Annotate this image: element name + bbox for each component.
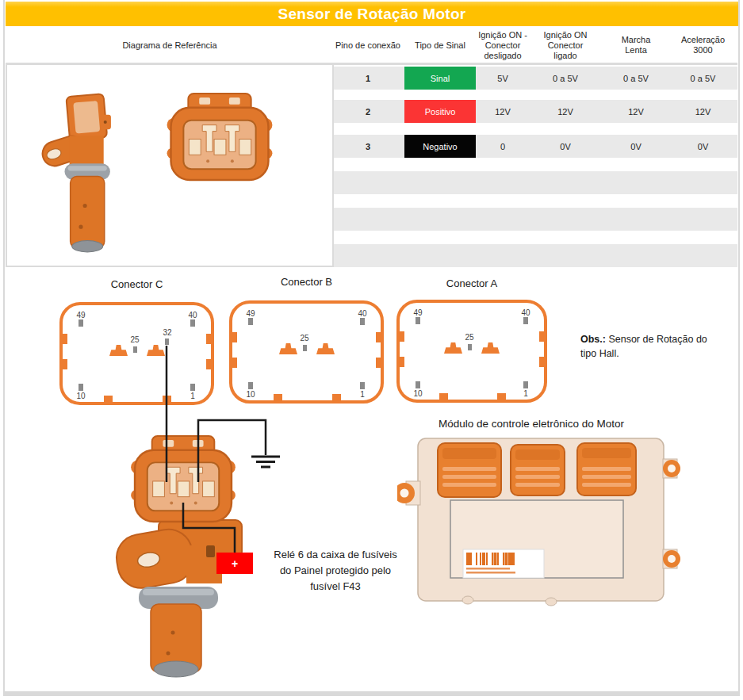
pin	[523, 317, 528, 324]
page-border-right	[738, 0, 740, 696]
ground-icon	[251, 457, 280, 467]
connector-b-title: Conector B	[229, 276, 384, 288]
connector-front-photo	[163, 92, 276, 185]
notch	[376, 332, 381, 342]
pin-label: 1	[354, 390, 370, 399]
pin-number: 2	[334, 100, 402, 123]
value-cell: 0V	[603, 135, 668, 158]
keying-rib	[109, 345, 128, 356]
pin	[133, 346, 137, 353]
pin	[416, 381, 420, 388]
pin-label: 40	[518, 308, 534, 317]
notch	[539, 331, 545, 342]
ecu-right-ears	[663, 459, 680, 568]
connector-a-title: Conector A	[396, 277, 547, 289]
keying-rib	[147, 345, 165, 356]
notch	[232, 358, 237, 368]
pin-label: 25	[464, 333, 475, 342]
relay-note-line: Relé 6 da caixa de fusíveis	[262, 547, 409, 563]
column-header-reference: Diagrama de Referência	[6, 29, 334, 62]
pin	[360, 318, 365, 325]
table-row-empty	[334, 244, 737, 267]
pin-label: 25	[299, 334, 310, 342]
title-bar: Sensor de Rotação Motor	[6, 2, 738, 26]
pin-label: 40	[185, 311, 201, 319]
table-row: 3 Negativo 0 0V 0V 0V	[334, 135, 737, 158]
value-cell: 0V	[668, 135, 737, 158]
pin	[360, 382, 365, 389]
pin-label: 40	[354, 309, 370, 318]
value-cell: 0V	[527, 135, 603, 158]
notch	[104, 396, 113, 404]
notch	[206, 359, 212, 369]
signal-badge: Negativo	[404, 135, 476, 158]
column-header-pin: Pino de conexão	[334, 29, 402, 62]
pin-label: 49	[243, 309, 259, 318]
pin	[190, 384, 195, 391]
table-row: 2 Positivo 12V 12V 12V 12V	[334, 100, 737, 123]
table-row: 1 Sinal 5V 0 a 5V 0 a 5V 0 a 5V	[334, 67, 737, 90]
relay-note-line: do Painel protegido pelo	[262, 563, 409, 579]
connector-c-title: Conector C	[59, 278, 214, 290]
observation-label: Obs.:	[580, 334, 606, 345]
notch	[332, 394, 341, 403]
pin-label: 25	[129, 335, 140, 344]
column-header-signal-type: Tipo de Sinal	[402, 29, 478, 62]
keying-rib	[316, 343, 335, 354]
keying-rib	[481, 342, 500, 354]
page-border-left	[3, 0, 5, 696]
pin-32	[165, 339, 169, 345]
pin-label: 49	[73, 311, 89, 319]
value-cell: 12V	[668, 100, 737, 123]
pin-label-32: 32	[161, 328, 174, 337]
pin	[303, 345, 307, 351]
notch	[62, 334, 67, 344]
ecu-left-ear	[389, 481, 420, 505]
pin	[248, 382, 253, 389]
table-header-row: Pino de conexão Tipo de Sinal Ignição ON…	[334, 29, 737, 62]
battery-positive-box: +	[216, 553, 253, 574]
value-cell: 12V	[603, 100, 668, 123]
page: Sensor de Rotação Motor Diagrama de Refe…	[0, 0, 743, 700]
value-cell: 0 a 5V	[603, 67, 668, 90]
notch	[274, 394, 282, 403]
value-cell: 0	[478, 135, 527, 158]
column-header-ignition-on-connected: Ignição ON Conector ligado	[527, 29, 603, 62]
value-cell: 5V	[478, 67, 527, 90]
pin-label: 1	[185, 392, 201, 400]
pin-label: 10	[73, 392, 89, 400]
page-title: Sensor de Rotação Motor	[278, 6, 465, 23]
value-cell: 0 a 5V	[527, 67, 603, 90]
notch	[399, 357, 404, 367]
pin-number: 3	[334, 135, 402, 158]
keying-rib	[279, 343, 297, 354]
ecu-barcode-label	[463, 549, 544, 578]
pin	[248, 318, 253, 325]
plus-sign: +	[232, 557, 238, 570]
pin-label: 1	[518, 389, 534, 398]
pin	[416, 317, 420, 324]
observation-note: Obs.: Sensor de Rotação do tipo Hall.	[580, 332, 709, 361]
pin-label: 10	[410, 389, 426, 398]
notch	[232, 332, 237, 342]
column-header-idle: Marcha Lenta	[603, 29, 668, 62]
notch	[539, 357, 545, 367]
connector-a-diagram: 49 40 10 1 25	[396, 300, 547, 403]
notch	[497, 393, 506, 402]
relay-note: Relé 6 da caixa de fusíveis do Painel pr…	[262, 547, 409, 595]
table-row-empty	[334, 171, 737, 194]
pin	[468, 344, 472, 350]
signal-badge: Sinal	[404, 67, 476, 90]
column-header-accel-3000: Aceleração 3000	[668, 29, 737, 62]
table-row-empty	[334, 208, 737, 231]
pin	[523, 381, 528, 388]
value-cell: 0 a 5V	[668, 67, 737, 90]
relay-note-line: fusível F43	[262, 579, 409, 595]
column-header-ignition-on-disconnected: Ignição ON - Conector desligado	[478, 29, 527, 62]
value-cell: 12V	[478, 100, 527, 123]
notch	[399, 331, 404, 342]
connector-b-diagram: 49 40 10 1 25	[229, 300, 384, 404]
notch	[163, 396, 171, 404]
pin	[79, 319, 83, 327]
notch	[62, 359, 67, 369]
